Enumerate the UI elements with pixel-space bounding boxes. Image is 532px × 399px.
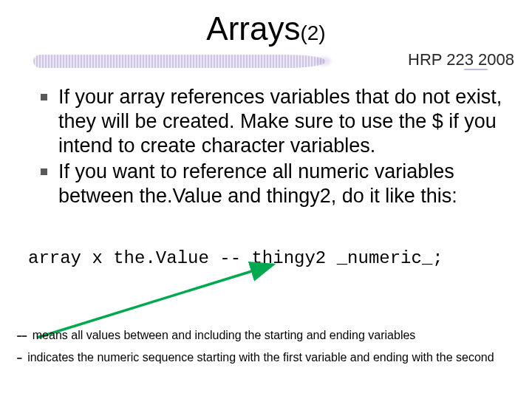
single-dash-text: indicates the numeric sequence starting … [27, 351, 494, 364]
single-dash-symbol: - [16, 346, 21, 368]
note-double-dash: -- means all values between and includin… [16, 324, 517, 347]
course-tag: HRP 223 2008 [408, 50, 514, 69]
bullet-list: If your array references variables that … [41, 85, 510, 210]
bullet-item: If your array references variables that … [41, 85, 510, 158]
slide-title-wrap: Arrays(2) [0, 10, 532, 47]
note-single-dash: - indicates the numeric sequence startin… [16, 346, 517, 369]
brush-stroke-decoration [33, 55, 325, 68]
bullet-item: If you want to reference all numeric var… [41, 160, 510, 208]
course-tag-underline [464, 69, 488, 70]
code-line: array x the.Value -- thingy2 _numeric_; [28, 248, 517, 268]
title-subscript: (2) [300, 21, 325, 44]
double-dash-symbol: -- [16, 324, 26, 346]
slide: Arrays(2) HRP 223 2008 If your array ref… [0, 0, 532, 399]
slide-title: Arrays(2) [206, 10, 325, 47]
double-dash-text: means all values between and including t… [33, 329, 416, 341]
title-main: Arrays [206, 10, 300, 47]
